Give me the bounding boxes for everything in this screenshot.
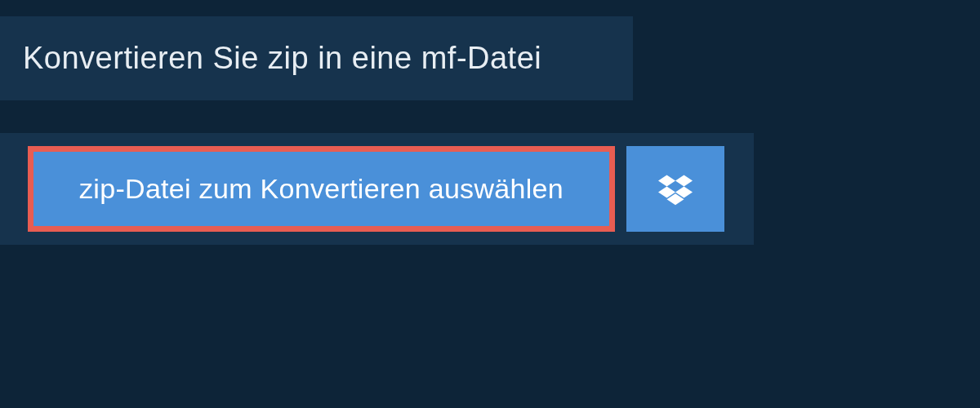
dropbox-button[interactable] bbox=[626, 146, 724, 232]
page-title: Konvertieren Sie zip in eine mf-Datei bbox=[23, 41, 610, 76]
action-row: zip-Datei zum Konvertieren auswählen bbox=[0, 133, 754, 245]
header-bar: Konvertieren Sie zip in eine mf-Datei bbox=[0, 16, 633, 100]
dropbox-icon bbox=[658, 172, 693, 206]
select-file-button[interactable]: zip-Datei zum Konvertieren auswählen bbox=[28, 146, 615, 232]
